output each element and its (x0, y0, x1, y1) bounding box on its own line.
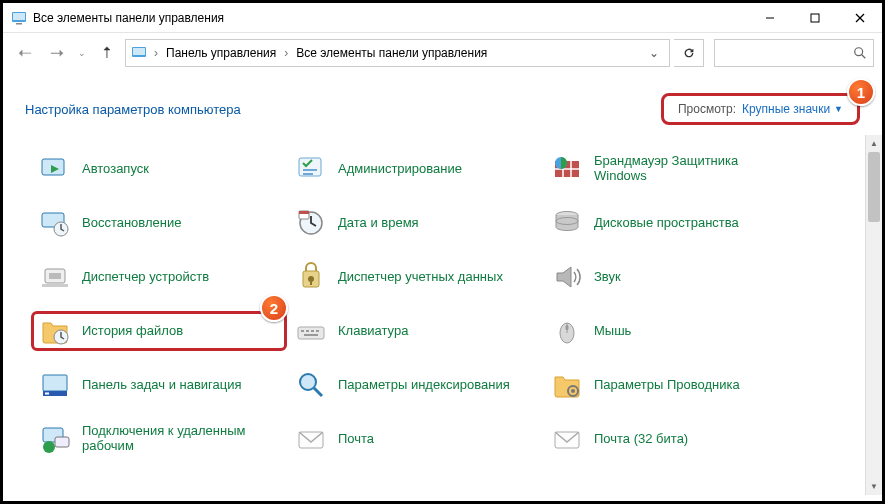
item-admin-tools[interactable]: Администрирование (287, 149, 543, 189)
up-button[interactable]: 🠑 (93, 39, 121, 67)
item-label: Диспетчер устройств (82, 270, 209, 285)
svg-rect-38 (306, 330, 309, 332)
svg-point-9 (855, 48, 863, 56)
svg-marker-34 (557, 267, 571, 287)
item-taskbar-nav[interactable]: Панель задач и навигация (31, 365, 287, 405)
svg-rect-40 (316, 330, 319, 332)
back-button[interactable]: 🠐 (11, 39, 39, 67)
minimize-button[interactable] (747, 3, 792, 33)
item-explorer-options[interactable]: Параметры Проводника (543, 365, 799, 405)
svg-rect-30 (42, 284, 68, 287)
svg-line-10 (862, 55, 866, 59)
item-label: Дата и время (338, 216, 419, 231)
mail-32bit-icon (550, 422, 584, 456)
item-label: Диспетчер учетных данных (338, 270, 503, 285)
svg-line-49 (314, 388, 322, 396)
svg-rect-41 (304, 334, 318, 336)
window-controls (747, 3, 882, 33)
scroll-thumb[interactable] (868, 152, 880, 222)
item-indexing-options[interactable]: Параметры индексирования (287, 365, 543, 405)
mouse-icon (550, 314, 584, 348)
search-input[interactable] (714, 39, 874, 67)
search-icon (853, 46, 867, 60)
item-storage-spaces[interactable]: Дисковые пространства (543, 203, 799, 243)
item-device-manager[interactable]: Диспетчер устройств (31, 257, 287, 297)
svg-rect-2 (16, 23, 22, 25)
chevron-right-icon[interactable]: › (282, 46, 290, 60)
sound-icon (550, 260, 584, 294)
item-label: Параметры Проводника (594, 378, 740, 393)
credential-manager-icon (294, 260, 328, 294)
clock-icon (294, 206, 328, 240)
recent-locations-button[interactable]: ⌄ (75, 39, 89, 67)
device-manager-icon (38, 260, 72, 294)
content-area: Автозапуск Администрирование Брандмауэр … (3, 135, 882, 495)
item-remote-desktop[interactable]: Подключения к удаленным рабочим (31, 419, 287, 459)
item-file-history[interactable]: История файлов 2 (31, 311, 287, 351)
maximize-button[interactable] (792, 3, 837, 33)
item-label: Мышь (594, 324, 631, 339)
item-defender-firewall[interactable]: Брандмауэр Защитника Windows (543, 149, 799, 189)
breadcrumb-dropdown-icon[interactable]: ⌄ (643, 46, 665, 60)
item-keyboard[interactable]: Клавиатура (287, 311, 543, 351)
scroll-down-icon[interactable]: ▼ (866, 478, 883, 495)
content-header: Настройка параметров компьютера Просмотр… (3, 73, 882, 135)
item-recovery[interactable]: Восстановление (31, 203, 287, 243)
navbar: 🠐 🠒 ⌄ 🠑 › Панель управления › Все элемен… (3, 33, 882, 73)
view-by-value: Крупные значки (742, 102, 830, 116)
svg-point-48 (300, 374, 316, 390)
svg-rect-15 (303, 173, 313, 175)
breadcrumb[interactable]: › Панель управления › Все элементы панел… (125, 39, 670, 67)
item-label: Панель задач и навигация (82, 378, 242, 393)
close-button[interactable] (837, 3, 882, 33)
svg-rect-1 (13, 13, 25, 20)
breadcrumb-seg-1[interactable]: Панель управления (162, 46, 280, 60)
file-history-icon (38, 314, 72, 348)
item-mail-32bit[interactable]: Почта (32 бита) (543, 419, 799, 459)
taskbar-icon (38, 368, 72, 402)
item-label: Администрирование (338, 162, 462, 177)
svg-rect-8 (133, 48, 145, 55)
item-credential-manager[interactable]: Диспетчер учетных данных (287, 257, 543, 297)
vertical-scrollbar[interactable]: ▲ ▼ (865, 135, 882, 495)
item-date-time[interactable]: Дата и время (287, 203, 543, 243)
item-sound[interactable]: Звук (543, 257, 799, 297)
item-label: Почта (338, 432, 374, 447)
recovery-icon (38, 206, 72, 240)
svg-point-51 (571, 389, 575, 393)
item-mail[interactable]: Почта (287, 419, 543, 459)
scroll-up-icon[interactable]: ▲ (866, 135, 883, 152)
item-label: Автозапуск (82, 162, 149, 177)
view-by-label: Просмотр: (678, 102, 736, 116)
breadcrumb-seg-2[interactable]: Все элементы панели управления (292, 46, 491, 60)
svg-rect-54 (55, 437, 69, 447)
forward-button[interactable]: 🠒 (43, 39, 71, 67)
svg-rect-39 (311, 330, 314, 332)
window-title: Все элементы панели управления (33, 11, 224, 25)
annotation-marker-1: 1 (847, 78, 875, 106)
chevron-down-icon: ▼ (834, 104, 843, 114)
mail-icon (294, 422, 328, 456)
item-label: История файлов (82, 324, 183, 339)
svg-rect-25 (299, 211, 309, 214)
svg-rect-36 (298, 327, 324, 339)
titlebar: Все элементы панели управления (3, 3, 882, 33)
svg-rect-44 (566, 325, 569, 330)
item-label: Брандмауэр Защитника Windows (594, 154, 792, 184)
svg-rect-37 (301, 330, 304, 332)
refresh-button[interactable] (674, 39, 704, 67)
view-by-dropdown[interactable]: Крупные значки ▼ (742, 102, 843, 116)
chevron-right-icon[interactable]: › (152, 46, 160, 60)
item-mouse[interactable]: Мышь (543, 311, 799, 351)
item-label: Звук (594, 270, 621, 285)
firewall-icon (550, 152, 584, 186)
admin-tools-icon (294, 152, 328, 186)
item-label: Подключения к удаленным рабочим (82, 424, 280, 454)
item-autoplay[interactable]: Автозапуск (31, 149, 287, 189)
keyboard-icon (294, 314, 328, 348)
page-title: Настройка параметров компьютера (25, 102, 241, 117)
svg-point-53 (43, 441, 55, 453)
item-label: Почта (32 бита) (594, 432, 688, 447)
item-label: Клавиатура (338, 324, 408, 339)
annotation-marker-2: 2 (260, 294, 288, 322)
